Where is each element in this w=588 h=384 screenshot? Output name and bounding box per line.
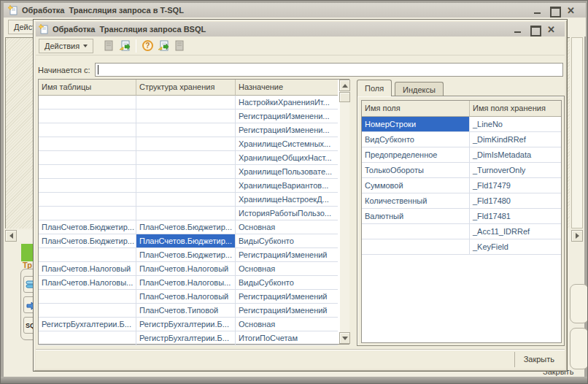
scroll-right-button[interactable]	[571, 230, 583, 242]
table-row[interactable]: Предопределенное_DimIsMetadata	[362, 147, 561, 163]
table-cell[interactable]: ХранилищеПользовате...	[236, 165, 338, 179]
table-cell[interactable]: _Fld17479	[470, 178, 561, 193]
table-row[interactable]: НомерСтроки_LineNo	[362, 117, 561, 132]
table-row[interactable]: ХранилищеСистемных...	[39, 137, 349, 151]
column-header[interactable]: Структура хранения	[136, 80, 236, 96]
table-cell[interactable]: РегистрацияИзменений	[236, 248, 338, 262]
table-cell[interactable]	[39, 248, 136, 262]
filter-input[interactable]	[95, 63, 563, 77]
table-cell[interactable]: ВидыСубконто	[236, 234, 338, 248]
dialog-titlebar[interactable]: Обработка Трансляция запроса BSQL ✕	[36, 22, 565, 37]
table-cell[interactable]: Основная	[236, 220, 338, 234]
load-list-button[interactable]	[155, 38, 171, 53]
table-cell[interactable]	[39, 110, 136, 123]
table-cell[interactable]	[39, 137, 136, 151]
table-cell[interactable]	[39, 151, 136, 165]
table-cell[interactable]	[136, 110, 236, 123]
table-cell[interactable]: _Fld17481	[470, 209, 561, 224]
table-cell[interactable]: Валютный	[362, 209, 470, 224]
table-cell[interactable]	[362, 239, 470, 255]
table-cell[interactable]	[39, 179, 136, 193]
table-row[interactable]: ПланСчетов.Бюджетир...ПланСчетов.Бюджети…	[39, 234, 349, 248]
table-row[interactable]: ХранилищеОбщихНаст...	[39, 151, 349, 165]
save-list-button-disabled[interactable]	[171, 38, 187, 53]
table-row[interactable]: ИсторияРаботыПользо...	[39, 207, 349, 220]
table-row[interactable]: ПланСчетов.Бюджетир...РегистрацияИзменен…	[39, 248, 349, 262]
scroll-down-button[interactable]	[339, 332, 350, 344]
table-cell[interactable]: _KeyField	[470, 239, 561, 255]
right-edge-button-bottom[interactable]	[570, 328, 588, 369]
table-row[interactable]: РегистрацияИзменени...	[39, 110, 349, 123]
table-row[interactable]: ХранилищеПользовате...	[39, 165, 349, 179]
outer-vertical-scrollbar[interactable]	[571, 37, 583, 229]
table-cell[interactable]: ПланСчетов.Налоговый	[136, 262, 236, 276]
table-cell[interactable]	[136, 123, 236, 137]
table-cell[interactable]: Предопределенное	[362, 147, 470, 163]
table-cell[interactable]: _Fld17480	[470, 193, 561, 209]
scrollbar-thumb[interactable]	[339, 92, 350, 102]
table-row[interactable]: Суммовой_Fld17479	[362, 178, 561, 193]
table-cell[interactable]: НомерСтроки	[362, 117, 470, 132]
table-cell[interactable]: РегистрацияИзменени...	[236, 110, 338, 123]
refresh-list-button[interactable]	[117, 38, 133, 53]
table-row[interactable]: ПланСчетов.НалоговыйПланСчетов.Налоговый…	[39, 262, 349, 276]
table-cell[interactable]	[136, 179, 236, 193]
maximize-icon[interactable]	[530, 26, 539, 34]
tab-indexes[interactable]: Индексы	[395, 82, 444, 96]
table-cell[interactable]: Суммовой	[362, 178, 470, 193]
table-cell[interactable]: ХранилищеСистемных...	[236, 137, 338, 151]
table-cell[interactable]: _Acc11_IDRRef	[470, 224, 561, 239]
table-cell[interactable]	[39, 331, 136, 345]
table-cell[interactable]: ПланСчетов.Типовой	[136, 304, 236, 318]
table-row[interactable]: ПланСчетов.НалоговыйРегистрацияИзменений	[39, 290, 349, 304]
table-cell[interactable]: РегистрБухгалтерии.Б...	[136, 318, 236, 331]
table-row[interactable]: Валютный_Fld17481	[362, 209, 561, 224]
table-cell[interactable]: ПланСчетов.Налоговый	[39, 262, 136, 276]
help-button[interactable]: ?	[139, 38, 155, 53]
table-row[interactable]: ПланСчетов.Налоговы...ПланСчетов.Налогов…	[39, 276, 349, 290]
column-header[interactable]: Имя таблицы	[39, 80, 136, 96]
minimize-icon[interactable]	[533, 7, 542, 15]
table-cell[interactable]	[39, 304, 136, 318]
table-cell[interactable]: ПланСчетов.Налоговы...	[136, 276, 236, 290]
close-icon[interactable]: ✕	[547, 26, 556, 34]
table-row[interactable]: ХранилищеВариантов...	[39, 179, 349, 193]
table-cell[interactable]	[39, 193, 136, 207]
tab-fields[interactable]: Поля	[357, 80, 392, 96]
table-cell[interactable]: _TurnoverOnly	[470, 163, 561, 178]
table-row[interactable]: ВидСубконто_DimKindRRef	[362, 132, 561, 147]
table-cell[interactable]: _DimKindRRef	[470, 132, 561, 147]
scroll-left-button[interactable]	[5, 230, 17, 242]
actions-button[interactable]: Действия	[39, 39, 93, 53]
table-row[interactable]: ПланСчетов.Бюджетир...ПланСчетов.Бюджети…	[39, 220, 349, 234]
table-cell[interactable]: РегистрацияИзменений	[236, 304, 338, 318]
table-cell[interactable]: ПланСчетов.Бюджетир...	[39, 234, 136, 248]
table-cell[interactable]: НастройкиХраненияИт...	[236, 96, 338, 110]
output-list-button-disabled[interactable]	[101, 38, 117, 53]
column-header[interactable]: Имя поля	[362, 101, 470, 117]
table-cell[interactable]	[362, 224, 470, 239]
table-cell[interactable]: ПланСчетов.Налоговы...	[39, 276, 136, 290]
table-row[interactable]: РегистрацияИзменени...	[39, 123, 349, 137]
table-cell[interactable]: ХранилищеНастроекД...	[236, 193, 338, 207]
table-cell[interactable]: РегистрацияИзменени...	[236, 123, 338, 137]
table-cell[interactable]: ПланСчетов.Бюджетир...	[136, 234, 236, 248]
table-cell[interactable]: ИтогиПоСчетам	[236, 331, 338, 345]
table-cell[interactable]	[136, 137, 236, 151]
table-row[interactable]: НастройкиХраненияИт...	[39, 96, 349, 110]
table-row[interactable]: РегистрБухгалтерии.Б...ИтогиПоСчетам	[39, 331, 349, 345]
table-cell[interactable]: Основная	[236, 318, 338, 331]
table-cell[interactable]: Основная	[236, 262, 338, 276]
table-cell[interactable]: ПланСчетов.Бюджетир...	[136, 220, 236, 234]
table-cell[interactable]	[136, 165, 236, 179]
table-cell[interactable]: Количественный	[362, 193, 470, 209]
table-cell[interactable]	[39, 290, 136, 304]
table-cell[interactable]	[39, 165, 136, 179]
table-row[interactable]: ПланСчетов.ТиповойРегистрацияИзменений	[39, 304, 349, 318]
table-cell[interactable]	[136, 96, 236, 110]
table-row[interactable]: _Acc11_IDRRef	[362, 224, 561, 239]
table-cell[interactable]	[136, 207, 236, 220]
table-cell[interactable]: ТолькоОбороты	[362, 163, 470, 178]
table-cell[interactable]: ВидСубконто	[362, 132, 470, 147]
table-cell[interactable]	[39, 96, 136, 110]
